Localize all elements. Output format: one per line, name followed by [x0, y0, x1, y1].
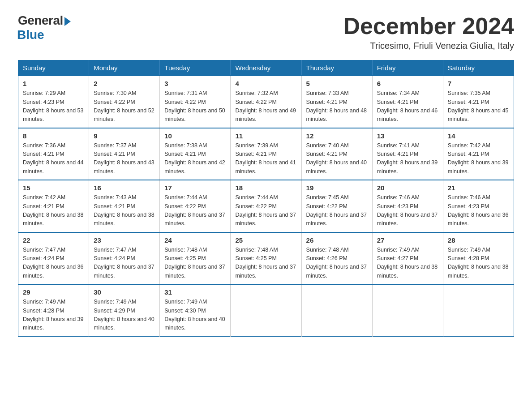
logo: General Blue — [18, 13, 71, 42]
calendar-cell: 10 Sunrise: 7:38 AMSunset: 4:21 PMDaylig… — [160, 128, 231, 180]
calendar-cell: 11 Sunrise: 7:39 AMSunset: 4:21 PMDaylig… — [231, 128, 301, 180]
day-number: 1 — [23, 80, 84, 87]
calendar-cell: 17 Sunrise: 7:44 AMSunset: 4:22 PMDaylig… — [160, 180, 231, 232]
day-info: Sunrise: 7:39 AMSunset: 4:21 PMDaylight:… — [235, 142, 296, 175]
day-number: 22 — [23, 236, 84, 244]
day-info: Sunrise: 7:46 AMSunset: 4:23 PMDaylight:… — [448, 194, 509, 227]
calendar-week-row: 15 Sunrise: 7:42 AMSunset: 4:21 PMDaylig… — [18, 180, 514, 232]
column-header-thursday: Thursday — [301, 60, 372, 76]
calendar-cell: 18 Sunrise: 7:44 AMSunset: 4:22 PMDaylig… — [231, 180, 301, 232]
calendar-cell — [301, 284, 372, 336]
day-number: 12 — [306, 132, 368, 140]
day-info: Sunrise: 7:47 AMSunset: 4:24 PMDaylight:… — [23, 247, 84, 279]
calendar-cell — [231, 284, 301, 336]
day-info: Sunrise: 7:38 AMSunset: 4:21 PMDaylight:… — [164, 142, 225, 175]
month-title: December 2024 — [343, 13, 514, 39]
calendar-header-row: SundayMondayTuesdayWednesdayThursdayFrid… — [18, 60, 514, 76]
location-subtitle: Tricesimo, Friuli Venezia Giulia, Italy — [343, 41, 514, 51]
logo-arrow-icon — [64, 17, 71, 26]
calendar-cell: 3 Sunrise: 7:31 AMSunset: 4:22 PMDayligh… — [160, 76, 231, 128]
calendar-week-row: 22 Sunrise: 7:47 AMSunset: 4:24 PMDaylig… — [18, 232, 514, 285]
calendar-cell: 6 Sunrise: 7:34 AMSunset: 4:21 PMDayligh… — [372, 76, 443, 128]
day-info: Sunrise: 7:42 AMSunset: 4:21 PMDaylight:… — [23, 194, 84, 227]
day-number: 28 — [448, 236, 509, 244]
day-info: Sunrise: 7:33 AMSunset: 4:21 PMDaylight:… — [306, 90, 367, 122]
calendar-cell: 20 Sunrise: 7:46 AMSunset: 4:23 PMDaylig… — [372, 180, 443, 232]
logo-general-text: General — [18, 13, 63, 28]
column-header-saturday: Saturday — [443, 60, 514, 76]
calendar-cell — [372, 284, 443, 336]
day-info: Sunrise: 7:48 AMSunset: 4:26 PMDaylight:… — [306, 247, 367, 279]
day-info: Sunrise: 7:31 AMSunset: 4:22 PMDaylight:… — [164, 90, 225, 122]
calendar-cell: 28 Sunrise: 7:49 AMSunset: 4:28 PMDaylig… — [443, 232, 514, 285]
day-info: Sunrise: 7:49 AMSunset: 4:29 PMDaylight:… — [94, 299, 154, 331]
calendar-cell: 12 Sunrise: 7:40 AMSunset: 4:21 PMDaylig… — [301, 128, 372, 180]
calendar-cell: 19 Sunrise: 7:45 AMSunset: 4:22 PMDaylig… — [301, 180, 372, 232]
day-info: Sunrise: 7:30 AMSunset: 4:22 PMDaylight:… — [94, 90, 154, 122]
day-info: Sunrise: 7:36 AMSunset: 4:21 PMDaylight:… — [23, 142, 84, 175]
day-info: Sunrise: 7:29 AMSunset: 4:23 PMDaylight:… — [23, 90, 84, 122]
calendar-table: SundayMondayTuesdayWednesdayThursdayFrid… — [18, 60, 514, 337]
calendar-cell: 8 Sunrise: 7:36 AMSunset: 4:21 PMDayligh… — [18, 128, 89, 180]
column-header-friday: Friday — [372, 60, 443, 76]
calendar-week-row: 29 Sunrise: 7:49 AMSunset: 4:28 PMDaylig… — [18, 284, 514, 336]
calendar-cell: 21 Sunrise: 7:46 AMSunset: 4:23 PMDaylig… — [443, 180, 514, 232]
page-header: General Blue December 2024 Tricesimo, Fr… — [18, 13, 514, 51]
day-number: 14 — [448, 132, 509, 140]
day-info: Sunrise: 7:46 AMSunset: 4:23 PMDaylight:… — [377, 194, 438, 227]
day-number: 2 — [94, 80, 155, 87]
day-info: Sunrise: 7:48 AMSunset: 4:25 PMDaylight:… — [164, 247, 225, 279]
day-info: Sunrise: 7:48 AMSunset: 4:25 PMDaylight:… — [235, 247, 296, 279]
calendar-week-row: 1 Sunrise: 7:29 AMSunset: 4:23 PMDayligh… — [18, 76, 514, 128]
day-info: Sunrise: 7:42 AMSunset: 4:21 PMDaylight:… — [448, 142, 509, 175]
calendar-cell: 13 Sunrise: 7:41 AMSunset: 4:21 PMDaylig… — [372, 128, 443, 180]
day-number: 5 — [306, 80, 368, 87]
day-number: 6 — [377, 80, 438, 87]
day-info: Sunrise: 7:49 AMSunset: 4:28 PMDaylight:… — [23, 299, 84, 331]
day-info: Sunrise: 7:47 AMSunset: 4:24 PMDaylight:… — [94, 247, 154, 279]
day-number: 11 — [235, 132, 296, 140]
calendar-cell — [443, 284, 514, 336]
calendar-week-row: 8 Sunrise: 7:36 AMSunset: 4:21 PMDayligh… — [18, 128, 514, 180]
day-number: 24 — [164, 236, 226, 244]
column-header-sunday: Sunday — [18, 60, 89, 76]
day-info: Sunrise: 7:43 AMSunset: 4:21 PMDaylight:… — [94, 194, 154, 227]
day-number: 19 — [306, 184, 368, 192]
day-info: Sunrise: 7:49 AMSunset: 4:30 PMDaylight:… — [164, 299, 225, 331]
day-number: 31 — [164, 288, 226, 296]
calendar-cell: 15 Sunrise: 7:42 AMSunset: 4:21 PMDaylig… — [18, 180, 89, 232]
day-info: Sunrise: 7:41 AMSunset: 4:21 PMDaylight:… — [377, 142, 438, 175]
day-info: Sunrise: 7:34 AMSunset: 4:21 PMDaylight:… — [377, 90, 438, 122]
calendar-cell: 5 Sunrise: 7:33 AMSunset: 4:21 PMDayligh… — [301, 76, 372, 128]
logo-blue-text: Blue — [17, 28, 44, 42]
calendar-cell: 22 Sunrise: 7:47 AMSunset: 4:24 PMDaylig… — [18, 232, 89, 285]
day-info: Sunrise: 7:35 AMSunset: 4:21 PMDaylight:… — [448, 90, 509, 122]
calendar-cell: 23 Sunrise: 7:47 AMSunset: 4:24 PMDaylig… — [89, 232, 160, 285]
calendar-cell: 14 Sunrise: 7:42 AMSunset: 4:21 PMDaylig… — [443, 128, 514, 180]
day-number: 4 — [235, 80, 296, 87]
calendar-cell: 9 Sunrise: 7:37 AMSunset: 4:21 PMDayligh… — [89, 128, 160, 180]
calendar-cell: 24 Sunrise: 7:48 AMSunset: 4:25 PMDaylig… — [160, 232, 231, 285]
calendar-cell: 27 Sunrise: 7:49 AMSunset: 4:27 PMDaylig… — [372, 232, 443, 285]
calendar-cell: 4 Sunrise: 7:32 AMSunset: 4:22 PMDayligh… — [231, 76, 301, 128]
calendar-cell: 16 Sunrise: 7:43 AMSunset: 4:21 PMDaylig… — [89, 180, 160, 232]
day-number: 30 — [94, 288, 155, 296]
calendar-cell: 30 Sunrise: 7:49 AMSunset: 4:29 PMDaylig… — [89, 284, 160, 336]
day-number: 8 — [23, 132, 84, 140]
day-number: 23 — [94, 236, 155, 244]
day-info: Sunrise: 7:32 AMSunset: 4:22 PMDaylight:… — [235, 90, 296, 122]
column-header-monday: Monday — [89, 60, 160, 76]
calendar-cell: 7 Sunrise: 7:35 AMSunset: 4:21 PMDayligh… — [443, 76, 514, 128]
day-info: Sunrise: 7:40 AMSunset: 4:21 PMDaylight:… — [306, 142, 367, 175]
column-header-tuesday: Tuesday — [160, 60, 231, 76]
day-number: 26 — [306, 236, 368, 244]
day-number: 29 — [23, 288, 84, 296]
day-info: Sunrise: 7:45 AMSunset: 4:22 PMDaylight:… — [306, 194, 367, 227]
day-number: 25 — [235, 236, 296, 244]
day-number: 20 — [377, 184, 438, 192]
calendar-cell: 1 Sunrise: 7:29 AMSunset: 4:23 PMDayligh… — [18, 76, 89, 128]
day-info: Sunrise: 7:37 AMSunset: 4:21 PMDaylight:… — [94, 142, 154, 175]
day-number: 27 — [377, 236, 438, 244]
day-number: 10 — [164, 132, 226, 140]
day-number: 21 — [448, 184, 509, 192]
